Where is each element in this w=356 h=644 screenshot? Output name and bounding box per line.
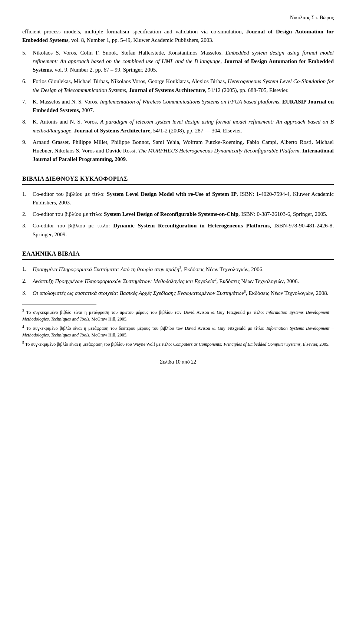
list-item: 7. K. Masselos and N. S. Voros, Implemen… <box>22 98 334 115</box>
page-header: Νικόλαος Σπ. Βώρος <box>22 15 334 21</box>
footnote-4: 4 Το συγκεκριμένο βιβλίο είναι η μετάφρα… <box>22 324 334 338</box>
item-text: Fotios Gioulekas, Michael Birbas, Nikola… <box>33 77 334 95</box>
page: Νικόλαος Σπ. Βώρος efficient process mod… <box>0 0 356 387</box>
list-item: 5. Nikolaos S. Voros, Colin F. Snook, St… <box>22 49 334 75</box>
section-heading-international-books: ΒΙΒΛΙΑ ΔΙΕΘΝΟΥΣ ΚΥΚΛΟΦΟΡΙΑΣ <box>22 173 334 185</box>
page-footer: Σελίδα 10 από 22 <box>22 356 334 365</box>
list-item: 1. Προηγμένα Πληροφοριακά Συστήματα: Από… <box>22 265 334 274</box>
item-number: 7. <box>22 98 33 115</box>
item-text: Ανάπτυξη Προηγμένων Πληροφοριακών Συστημ… <box>33 277 334 286</box>
item-number: 5. <box>22 49 33 75</box>
list-item: 2. Co-editor του βιβλίου με τίτλο: Syste… <box>22 210 334 218</box>
item-text: K. Antonis and N. S. Voros, A paradigm o… <box>33 118 334 135</box>
list-item: 3. Οι υπολογιστές ως συστατικά στοιχεία:… <box>22 289 334 298</box>
footnote-3: 3 Το συγκεκριμένο βιβλίο είναι η μετάφρα… <box>22 308 334 322</box>
item-number: 1. <box>22 265 33 274</box>
list-item: 8. K. Antonis and N. S. Voros, A paradig… <box>22 118 334 135</box>
intro-text: efficient process models, multiple forma… <box>22 29 334 43</box>
item-number: 2. <box>22 277 33 286</box>
item-number: 3. <box>22 221 33 239</box>
item-text: Nikolaos S. Voros, Colin F. Snook, Stefa… <box>33 49 334 75</box>
item-number: 1. <box>22 190 33 207</box>
item-text: Οι υπολογιστές ως συστατικά στοιχεία: Βα… <box>33 289 334 298</box>
list-item: 1. Co-editor του βιβλίου με τίτλο: Syste… <box>22 190 334 207</box>
list-item: 2. Ανάπτυξη Προηγμένων Πληροφοριακών Συσ… <box>22 277 334 286</box>
footnote-divider <box>22 305 96 305</box>
page-number: Σελίδα 10 από 22 <box>160 359 196 365</box>
item-text: Co-editor του βιβλίου με τίτλο: Dynamic … <box>33 221 334 239</box>
item-text: Co-editor του βιβλίου με τίτλο: System L… <box>33 190 334 207</box>
item-number: 2. <box>22 210 33 218</box>
author-name: Νικόλαος Σπ. Βώρος <box>290 15 334 20</box>
intro-paragraph: efficient process models, multiple forma… <box>22 27 334 45</box>
item-number: 9. <box>22 138 33 164</box>
section-heading-greek-books: ΕΛΛΗΝΙΚΑ ΒΙΒΛΙΑ <box>22 248 334 260</box>
item-text: Προηγμένα Πληροφοριακά Συστήματα: Από τη… <box>33 265 334 274</box>
item-number: 6. <box>22 77 33 95</box>
list-item: 9. Arnaud Grasset, Philippe Millet, Phil… <box>22 138 334 164</box>
item-text: Arnaud Grasset, Philippe Millet, Philipp… <box>33 138 334 164</box>
item-text: K. Masselos and N. S. Voros, Implementat… <box>33 98 334 115</box>
list-item: 3. Co-editor του βιβλίου με τίτλο: Dynam… <box>22 221 334 239</box>
item-number: 3. <box>22 289 33 298</box>
item-text: Co-editor του βιβλίου με τίτλο: System L… <box>33 210 334 218</box>
item-number: 8. <box>22 118 33 135</box>
footnote-5: 5 Το συγκεκριμένο βιβλίο είναι η μετάφρα… <box>22 340 334 348</box>
list-item: 6. Fotios Gioulekas, Michael Birbas, Nik… <box>22 77 334 95</box>
